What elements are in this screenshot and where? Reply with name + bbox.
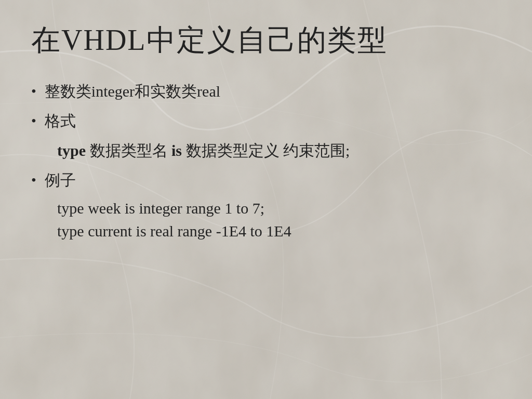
keyword-type: type [57, 142, 86, 159]
slide-background: 在VHDL中定义自己的类型 • 整数类integer和实数类real • 格式 … [0, 0, 532, 399]
bullet-dot-3: • [31, 172, 36, 189]
format-middle: 数据类型名 [86, 142, 171, 159]
bullet-item-3: • 例子 [31, 170, 501, 191]
bullet-text-2: 格式 [45, 111, 76, 132]
slide-content: 在VHDL中定义自己的类型 • 整数类integer和实数类real • 格式 … [0, 0, 532, 399]
format-suffix: 数据类型定义 约束范围; [182, 142, 350, 159]
bullet-text-1: 整数类integer和实数类real [45, 81, 220, 102]
format-line: type 数据类型名 is 数据类型定义 约束范围; [57, 140, 501, 162]
example-line-1: type week is integer range 1 to 7; [57, 200, 501, 217]
bullet-item-1: • 整数类integer和实数类real [31, 81, 501, 102]
keyword-is: is [171, 142, 182, 159]
bullet-item-2: • 格式 [31, 111, 501, 132]
bullet-text-3: 例子 [45, 170, 76, 191]
example-line-2: type current is real range -1E4 to 1E4 [57, 222, 501, 240]
bullet-dot-2: • [31, 113, 36, 129]
slide-title: 在VHDL中定义自己的类型 [31, 21, 501, 60]
bullet-dot-1: • [31, 83, 36, 100]
